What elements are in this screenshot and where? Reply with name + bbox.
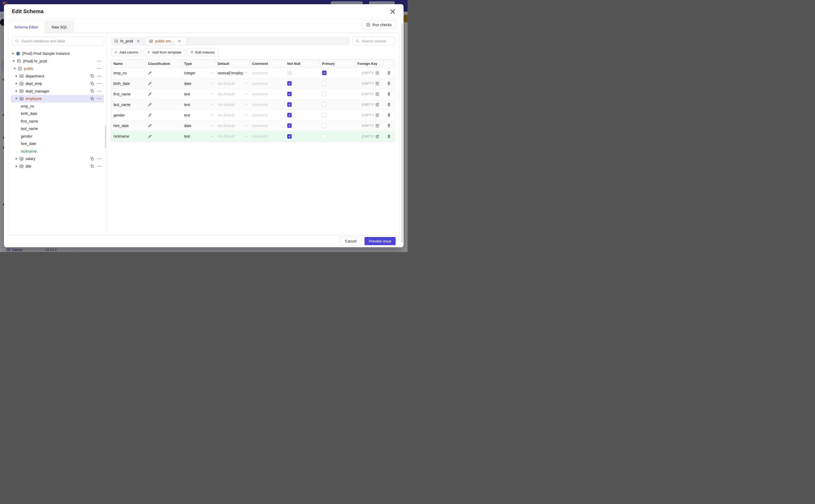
- cancel-button[interactable]: Cancel: [340, 237, 362, 245]
- column-name[interactable]: last_name: [113, 103, 131, 107]
- default-select[interactable]: No default: [218, 103, 248, 107]
- trash-icon[interactable]: [387, 103, 391, 106]
- caret-down-icon[interactable]: [12, 60, 15, 63]
- more-actions-icon[interactable]: ···: [97, 97, 102, 100]
- edit-square-icon[interactable]: [375, 124, 379, 128]
- caret-down-icon[interactable]: [11, 52, 15, 55]
- column-name[interactable]: gender: [113, 113, 125, 117]
- not-null-checkbox[interactable]: [287, 123, 292, 128]
- primary-checkbox[interactable]: [322, 81, 326, 86]
- comment-input[interactable]: comment: [252, 71, 267, 75]
- comment-input[interactable]: comment: [252, 124, 267, 128]
- more-actions-icon[interactable]: ···: [97, 67, 102, 70]
- tree-item--prod-prod-sample-instance[interactable]: (Prod) Prod Sample Instance: [11, 50, 104, 57]
- tree-item-dept_manager[interactable]: dept_manager···: [11, 88, 104, 95]
- trash-icon[interactable]: [387, 134, 391, 138]
- database-search[interactable]: [12, 37, 104, 46]
- primary-checkbox[interactable]: [322, 113, 326, 117]
- close-icon[interactable]: [137, 40, 140, 43]
- trash-icon[interactable]: [387, 124, 391, 128]
- copy-icon[interactable]: [90, 74, 94, 78]
- caret-right-icon[interactable]: [15, 75, 18, 78]
- column-name[interactable]: birth_date: [113, 81, 130, 86]
- caret-right-icon[interactable]: [15, 157, 18, 160]
- caret-right-icon[interactable]: [15, 82, 18, 85]
- column-name[interactable]: first_name: [113, 92, 131, 96]
- edit-square-icon[interactable]: [375, 134, 379, 138]
- more-actions-icon[interactable]: ···: [97, 165, 102, 168]
- column-name[interactable]: emp_no: [113, 71, 127, 75]
- column-name[interactable]: hire_date: [113, 124, 129, 128]
- more-actions-icon[interactable]: ···: [97, 82, 102, 85]
- not-null-checkbox[interactable]: [287, 71, 292, 75]
- trash-icon[interactable]: [387, 92, 391, 96]
- more-actions-icon[interactable]: ···: [97, 60, 102, 62]
- type-select[interactable]: date: [184, 81, 213, 86]
- primary-checkbox[interactable]: [322, 71, 326, 75]
- primary-checkbox[interactable]: [322, 102, 326, 107]
- tree-item-title[interactable]: title···: [11, 163, 104, 170]
- pencil-icon[interactable]: [148, 134, 152, 138]
- tree-item-employee[interactable]: employee···: [11, 95, 104, 103]
- close-icon[interactable]: [178, 40, 181, 43]
- default-select[interactable]: nextval('employ: [218, 71, 248, 75]
- type-select[interactable]: integer: [184, 71, 213, 75]
- trash-icon[interactable]: [387, 113, 391, 117]
- tree-item-department[interactable]: department···: [11, 72, 104, 80]
- pencil-icon[interactable]: [148, 92, 152, 96]
- caret-down-icon[interactable]: [13, 67, 16, 70]
- tree-item-nickname[interactable]: nickname: [11, 148, 104, 155]
- primary-checkbox[interactable]: [322, 123, 326, 128]
- copy-icon[interactable]: [90, 164, 94, 168]
- type-select[interactable]: text: [184, 92, 213, 96]
- edit-square-icon[interactable]: [375, 103, 379, 106]
- not-null-checkbox[interactable]: [287, 102, 292, 107]
- preview-issue-button[interactable]: Preview issue: [364, 237, 395, 245]
- not-null-checkbox[interactable]: [287, 113, 292, 117]
- tree-item-first_name[interactable]: first_name: [11, 118, 104, 125]
- edit-square-icon[interactable]: [375, 92, 379, 96]
- type-select[interactable]: text: [184, 113, 213, 117]
- edit-square-icon[interactable]: [375, 113, 379, 117]
- tree-item--prod-hr_prod[interactable]: (Prod) hr_prod···: [11, 57, 104, 65]
- primary-checkbox[interactable]: [322, 134, 326, 139]
- default-select[interactable]: No default: [218, 81, 248, 86]
- edit-square-icon[interactable]: [375, 71, 379, 75]
- default-select[interactable]: No default: [218, 92, 248, 96]
- pencil-icon[interactable]: [148, 113, 152, 117]
- pencil-icon[interactable]: [148, 103, 152, 106]
- type-select[interactable]: text: [184, 103, 213, 107]
- copy-icon[interactable]: [90, 82, 94, 86]
- pencil-icon[interactable]: [148, 124, 152, 128]
- caret-down-icon[interactable]: [15, 97, 18, 100]
- add-column-button[interactable]: Add column: [111, 48, 142, 56]
- caret-right-icon[interactable]: [15, 90, 18, 93]
- tree-item-public[interactable]: public···: [11, 65, 104, 72]
- not-null-checkbox[interactable]: [287, 134, 292, 139]
- tree-item-gender[interactable]: gender: [11, 133, 104, 140]
- caret-right-icon[interactable]: [15, 165, 18, 168]
- column-search[interactable]: [352, 37, 395, 46]
- edit-indexes-button[interactable]: Edit indexes: [187, 48, 218, 56]
- comment-input[interactable]: comment: [252, 113, 267, 117]
- copy-icon[interactable]: [90, 97, 94, 101]
- type-select[interactable]: date: [184, 124, 213, 128]
- not-null-checkbox[interactable]: [287, 92, 292, 96]
- more-actions-icon[interactable]: ···: [97, 157, 102, 160]
- tree-item-last_name[interactable]: last_name: [11, 125, 104, 133]
- close-icon[interactable]: [390, 9, 395, 14]
- not-null-checkbox[interactable]: [287, 81, 292, 86]
- edit-square-icon[interactable]: [375, 81, 379, 85]
- comment-input[interactable]: comment: [252, 103, 267, 107]
- tree-item-salary[interactable]: salary···: [11, 155, 104, 163]
- editor-tab-public-em-[interactable]: public.em...: [146, 37, 186, 45]
- tree-item-emp_no[interactable]: emp_no: [11, 103, 104, 110]
- type-select[interactable]: text: [184, 134, 213, 138]
- default-select[interactable]: No default: [218, 113, 248, 117]
- default-select[interactable]: No default: [218, 124, 248, 128]
- tab-raw-sql[interactable]: Raw SQL: [46, 21, 74, 33]
- column-search-input[interactable]: [361, 39, 392, 43]
- comment-input[interactable]: comment: [252, 134, 267, 138]
- pencil-icon[interactable]: [148, 71, 152, 75]
- editor-tab-hr_prod[interactable]: hr_prod: [111, 37, 145, 46]
